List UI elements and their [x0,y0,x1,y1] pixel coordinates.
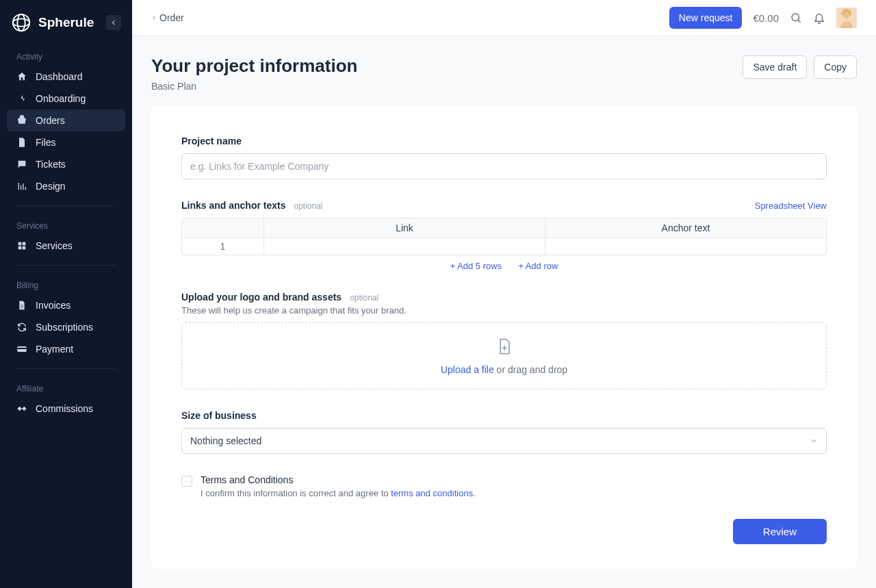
sidebar-item-label: Payment [36,344,73,355]
links-field: Links and anchor texts optional Spreadsh… [181,200,827,271]
sidebar-item-design[interactable]: Design [0,175,132,197]
col-anchor: Anchor text [545,218,826,238]
chat-icon [16,159,27,170]
svg-point-9 [792,14,799,21]
invoice-icon [16,300,27,311]
breadcrumb-label: Order [159,12,184,23]
copy-button[interactable]: Copy [814,55,857,79]
sidebar-item-label: Design [36,181,66,192]
page-header: Your project information Basic Plan Save… [151,55,857,92]
svg-rect-6 [23,246,26,250]
sidebar: Spherule Activity Dashboard Onboarding O… [0,0,132,588]
terms-text-prefix: I confirm this information is correct an… [201,488,391,498]
home-icon [16,71,27,82]
sidebar-item-label: Files [36,137,56,148]
file-uploader[interactable]: Upload a file or drag and drop [181,322,827,389]
col-number [182,218,264,238]
sidebar-item-label: Orders [36,115,65,126]
review-button[interactable]: Review [733,519,827,544]
content: Your project information Basic Plan Save… [132,36,876,588]
sidebar-item-orders[interactable]: Orders [7,110,125,131]
services-icon [16,240,27,251]
field-label: Upload your logo and brand assets [181,292,342,303]
svg-rect-8 [17,348,26,349]
brand-logo-icon [11,12,31,33]
sidebar-section-services: Services [0,214,132,235]
svg-point-0 [13,14,29,31]
avatar[interactable] [836,8,857,28]
add-row-link[interactable]: + Add row [518,261,558,271]
sidebar-collapse-button[interactable] [106,15,121,30]
file-icon [16,137,27,148]
sidebar-section-activity: Activity [0,45,132,66]
sidebar-item-files[interactable]: Files [0,131,132,153]
new-request-button[interactable]: New request [669,7,743,29]
upload-icon [495,337,514,356]
spreadsheet-view-link[interactable]: Spreadsheet View [755,201,827,211]
links-table: Link Anchor text 1 [181,218,827,255]
handshake-icon [16,403,27,414]
terms-text-suffix: . [473,488,476,498]
svg-rect-4 [23,242,26,246]
col-link: Link [264,218,545,238]
balance-display: €0.00 [753,12,779,24]
terms-link[interactable]: terms and conditions [391,488,473,498]
bell-icon[interactable] [813,12,825,24]
sidebar-item-label: Tickets [36,159,66,170]
project-name-field: Project name [181,136,827,179]
sidebar-item-invoices[interactable]: Invoices [0,294,132,316]
table-row: 1 [182,238,826,255]
size-field: Size of business Nothing selected [181,410,827,454]
project-name-input[interactable] [181,153,827,179]
terms-field: Terms and Conditions I confirm this info… [181,474,827,498]
sidebar-item-subscriptions[interactable]: Subscriptions [0,316,132,338]
link-cell[interactable] [264,238,545,255]
divider [16,205,116,206]
orders-icon [16,115,27,126]
sidebar-item-label: Services [36,240,73,251]
terms-checkbox[interactable] [181,476,192,487]
sidebar-item-dashboard[interactable]: Dashboard [0,66,132,88]
sidebar-item-onboarding[interactable]: Onboarding [0,88,132,110]
divider [16,265,116,266]
sidebar-item-label: Invoices [36,300,70,311]
divider [16,368,116,369]
svg-rect-5 [18,246,22,250]
anchor-cell[interactable] [545,238,826,255]
avatar-image [836,8,857,28]
field-label: Project name [181,136,242,146]
sidebar-item-label: Dashboard [36,71,83,82]
topbar: Order New request €0.00 [132,0,876,36]
svg-point-2 [17,14,25,31]
arrow-left-icon [110,18,118,27]
sidebar-item-commissions[interactable]: Commissions [0,398,132,420]
size-select[interactable]: Nothing selected [181,428,827,454]
sidebar-section-affiliate: Affiliate [0,377,132,398]
upload-field: Upload your logo and brand assets option… [181,292,827,389]
sidebar-item-label: Commissions [36,403,93,414]
select-value: Nothing selected [190,435,261,446]
row-number: 1 [182,238,264,255]
sidebar-section-billing: Billing [0,274,132,294]
brand-logo-area: Spherule [0,0,132,45]
save-draft-button[interactable]: Save draft [743,55,807,79]
add-5-rows-link[interactable]: + Add 5 rows [450,261,502,271]
search-icon[interactable] [790,12,802,24]
checkbox-label: Terms and Conditions [201,474,827,485]
card-icon [16,344,27,355]
brand-name: Spherule [38,15,94,30]
refresh-icon [16,322,27,333]
svg-rect-3 [18,242,22,246]
sidebar-item-label: Subscriptions [36,322,93,333]
page-subtitle: Basic Plan [151,81,357,92]
main-area: Order New request €0.00 Your project inf… [132,0,876,588]
chevron-left-icon [151,14,157,22]
breadcrumb-back[interactable]: Order [151,12,184,23]
upload-file-link[interactable]: Upload a file [441,364,494,375]
sidebar-item-tickets[interactable]: Tickets [0,153,132,175]
sidebar-item-payment[interactable]: Payment [0,338,132,360]
optional-tag: optional [294,201,322,211]
chart-icon [16,181,27,192]
sidebar-item-services[interactable]: Services [0,235,132,257]
chevron-down-icon [810,437,818,445]
